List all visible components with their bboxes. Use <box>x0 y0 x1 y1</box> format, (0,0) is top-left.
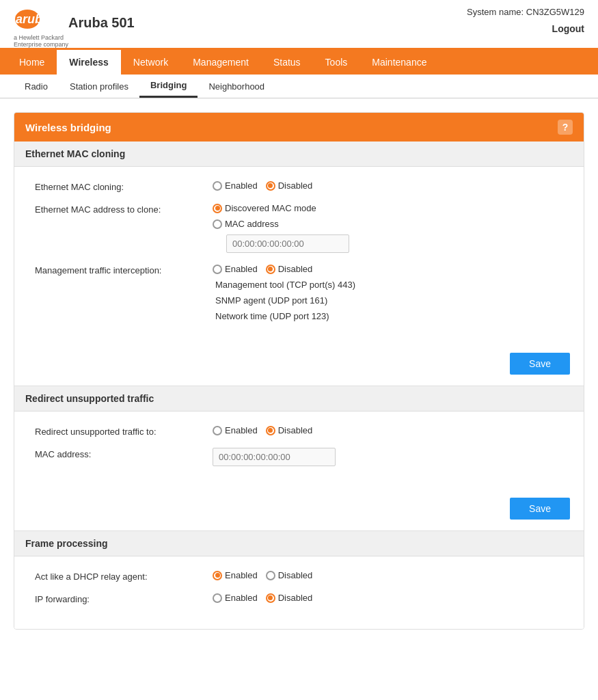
ethernet-mac-cloning-label: Ethernet MAC cloning: <box>35 180 213 192</box>
wireless-bridging-card: Wireless bridging ? Ethernet MAC cloning… <box>14 112 584 630</box>
dhcp-disabled-radio[interactable] <box>266 571 275 580</box>
help-icon[interactable]: ? <box>558 120 573 135</box>
subnav-station-profiles[interactable]: Station profiles <box>59 76 139 97</box>
dhcp-relay-label: Act like a DHCP relay agent: <box>35 570 213 582</box>
mgmt-info-snmp: SNMP agent (UDP port 161) <box>213 295 563 306</box>
device-name: Aruba 501 <box>68 15 135 31</box>
mgmt-traffic-label: Management traffic interception: <box>35 264 213 275</box>
dhcp-disabled-option[interactable]: Disabled <box>266 570 313 580</box>
ip-forwarding-label: IP forwarding: <box>35 593 213 604</box>
redirect-mac-controls <box>213 448 563 466</box>
ethernet-mac-cloning-radio-row: Enabled Disabled <box>213 180 563 191</box>
redirect-save-button[interactable]: Save <box>510 498 570 520</box>
mgmt-traffic-row: Management traffic interception: Enabled… <box>35 264 563 321</box>
section-redirect-header: Redirect unsupported traffic <box>14 386 584 412</box>
redirect-mac-label: MAC address: <box>35 448 213 459</box>
ip-forwarding-row: IP forwarding: Enabled Disabled <box>35 593 563 604</box>
redirect-enabled-radio[interactable] <box>213 426 222 435</box>
ethernet-mac-save-button[interactable]: Save <box>510 353 570 375</box>
logo-area: aruba Aruba 501 a Hewlett Packard Enterp… <box>14 7 135 48</box>
section-ethernet-mac-cloning-header: Ethernet MAC cloning <box>14 142 584 167</box>
redirect-radio-row: Enabled Disabled <box>213 425 563 435</box>
nav-management[interactable]: Management <box>180 50 261 75</box>
nav-tools[interactable]: Tools <box>313 50 360 75</box>
redirect-mac-input[interactable] <box>213 448 336 466</box>
mac-address-input[interactable] <box>226 234 349 253</box>
ethernet-mac-address-label: Ethernet MAC address to clone: <box>35 203 213 215</box>
sub-nav: Radio Station profiles Bridging Neighbor… <box>0 75 598 98</box>
dhcp-enabled-radio[interactable] <box>213 571 222 580</box>
dhcp-relay-radio-row: Enabled Disabled <box>213 570 563 580</box>
mgmt-traffic-controls: Enabled Disabled Management tool (TCP po… <box>213 264 563 321</box>
ip-forwarding-disabled-radio[interactable] <box>266 593 275 603</box>
redirect-disabled-radio[interactable] <box>266 426 275 435</box>
ethernet-mac-disabled-option[interactable]: Disabled <box>266 180 313 191</box>
mgmt-info-tcp: Management tool (TCP port(s) 443) <box>213 280 563 290</box>
ethernet-mac-cloning-controls: Enabled Disabled <box>213 180 563 191</box>
redirect-mac-row: MAC address: <box>35 448 563 466</box>
subnav-neighborhood[interactable]: Neighborhood <box>198 76 275 97</box>
logo-sub2: Enterprise company <box>14 41 135 48</box>
mac-address-option[interactable]: MAC address <box>213 219 563 229</box>
system-name: System name: CN3ZG5W129 <box>467 7 584 17</box>
nav-home[interactable]: Home <box>7 50 57 75</box>
mgmt-enabled-option[interactable]: Enabled <box>213 264 258 274</box>
nav-wireless[interactable]: Wireless <box>57 50 120 75</box>
section-frame-processing-form: Act like a DHCP relay agent: Enabled Dis… <box>14 556 584 629</box>
redirect-save-row: Save <box>14 491 584 530</box>
mgmt-enabled-radio[interactable] <box>213 265 222 274</box>
mac-address-radio[interactable] <box>213 219 222 229</box>
logout-button[interactable]: Logout <box>552 21 584 37</box>
dhcp-relay-controls: Enabled Disabled <box>213 570 563 580</box>
svg-text:aruba: aruba <box>16 12 49 26</box>
ip-forwarding-enabled-option[interactable]: Enabled <box>213 593 258 603</box>
redirect-traffic-row: Redirect unsupported traffic to: Enabled… <box>35 425 563 437</box>
redirect-traffic-controls: Enabled Disabled <box>213 425 563 435</box>
nav-maintenance[interactable]: Maintenance <box>359 50 439 75</box>
section-ethernet-mac-cloning-form: Ethernet MAC cloning: Enabled Disabled <box>14 167 584 346</box>
mgmt-traffic-radio-row: Enabled Disabled <box>213 264 563 274</box>
ethernet-mac-address-row: Ethernet MAC address to clone: Discovere… <box>35 203 563 253</box>
nav-status[interactable]: Status <box>261 50 313 75</box>
ethernet-mac-save-row: Save <box>14 346 584 386</box>
ethernet-mac-enabled-radio[interactable] <box>213 181 222 191</box>
mgmt-disabled-radio[interactable] <box>266 265 275 274</box>
redirect-disabled-option[interactable]: Disabled <box>266 425 313 435</box>
main-nav: Home Wireless Network Management Status … <box>0 50 598 75</box>
nav-network[interactable]: Network <box>121 50 180 75</box>
card-header: Wireless bridging ? <box>14 113 584 142</box>
dhcp-enabled-option[interactable]: Enabled <box>213 570 258 580</box>
discovered-mac-radio[interactable] <box>213 204 222 213</box>
ip-forwarding-disabled-option[interactable]: Disabled <box>266 593 313 603</box>
dhcp-relay-row: Act like a DHCP relay agent: Enabled Dis… <box>35 570 563 582</box>
ethernet-mac-disabled-radio[interactable] <box>266 181 275 191</box>
discovered-mac-option[interactable]: Discovered MAC mode <box>213 203 563 213</box>
subnav-radio[interactable]: Radio <box>14 76 59 97</box>
section-frame-processing-header: Frame processing <box>14 531 584 556</box>
card-title: Wireless bridging <box>25 122 111 133</box>
aruba-logo: aruba <box>14 7 62 33</box>
top-right: System name: CN3ZG5W129 Logout <box>467 7 584 37</box>
content: Wireless bridging ? Ethernet MAC cloning… <box>0 98 598 657</box>
ethernet-mac-enabled-option[interactable]: Enabled <box>213 180 258 191</box>
section-redirect-form: Redirect unsupported traffic to: Enabled… <box>14 412 584 491</box>
ethernet-mac-address-controls: Discovered MAC mode MAC address <box>213 203 563 253</box>
ip-forwarding-enabled-radio[interactable] <box>213 593 222 603</box>
redirect-traffic-label: Redirect unsupported traffic to: <box>35 425 213 437</box>
top-header: aruba Aruba 501 a Hewlett Packard Enterp… <box>0 0 598 50</box>
logo-sub1: a Hewlett Packard <box>14 34 135 41</box>
ethernet-mac-cloning-row: Ethernet MAC cloning: Enabled Disabled <box>35 180 563 192</box>
ip-forwarding-radio-row: Enabled Disabled <box>213 593 563 603</box>
mgmt-info-ntp: Network time (UDP port 123) <box>213 311 563 321</box>
redirect-enabled-option[interactable]: Enabled <box>213 425 258 435</box>
ip-forwarding-controls: Enabled Disabled <box>213 593 563 603</box>
mgmt-disabled-option[interactable]: Disabled <box>266 264 313 274</box>
subnav-bridging[interactable]: Bridging <box>139 75 198 98</box>
